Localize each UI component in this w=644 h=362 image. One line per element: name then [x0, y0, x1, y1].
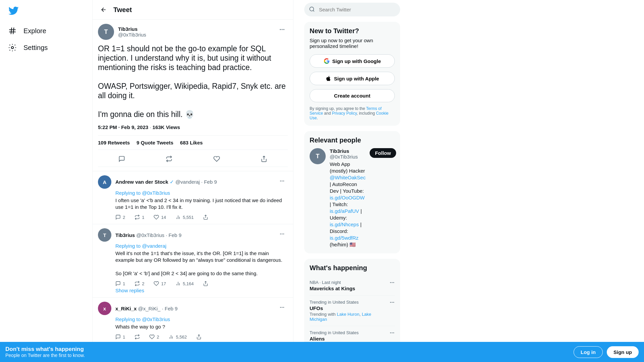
svg-point-12 — [283, 307, 284, 308]
trending-context: Trending in United States — [310, 300, 389, 305]
terms-text: By signing up, you agree to the Terms of… — [310, 106, 395, 120]
reply1-more-button[interactable] — [276, 175, 288, 187]
tweet-actions — [98, 151, 288, 167]
reply2-like-btn[interactable]: 17 — [154, 281, 166, 286]
search-icon — [309, 6, 315, 13]
tweet-header: Tweet — [93, 0, 293, 20]
follow-button[interactable]: Follow — [370, 148, 396, 158]
tweet-user-section: T Tib3rius @0xTib3rius — [98, 24, 288, 40]
svg-point-25 — [393, 333, 394, 334]
reply3-views: 5,562 — [168, 334, 187, 340]
share-button[interactable] — [258, 153, 270, 165]
reply1-reply-btn[interactable]: 2 — [115, 215, 125, 220]
comment-icon — [115, 281, 121, 286]
svg-point-1 — [280, 29, 281, 30]
reply2-author-handle: @0xTib3rius · Feb 9 — [136, 232, 181, 238]
svg-point-4 — [280, 181, 281, 182]
trending-topic[interactable]: Mavericks at Kings — [310, 286, 355, 291]
reply3-more-button[interactable] — [276, 302, 288, 313]
reply3-avatar: x — [98, 302, 111, 315]
reply3-retweet-btn[interactable] — [135, 334, 140, 340]
twitter-logo[interactable] — [4, 1, 88, 21]
svg-point-17 — [390, 282, 391, 283]
main-tweet: T Tib3rius @0xTib3rius OR 1=1 should not… — [93, 20, 293, 171]
sidebar-settings-label: Settings — [23, 44, 48, 52]
reply1-retweet-btn[interactable]: 1 — [135, 215, 144, 220]
bottom-banner: Don't miss what's happening People on Tw… — [0, 342, 644, 362]
reply-tweet: A Andrew van der Stock ✓ @vanderaj · Feb… — [93, 171, 293, 224]
reply-button[interactable] — [115, 153, 128, 165]
retweet-icon — [135, 215, 140, 220]
reply2-reply-btn[interactable]: 1 — [115, 281, 125, 286]
svg-point-11 — [282, 307, 283, 308]
retweet-icon — [166, 156, 172, 162]
trending-count: Trending with Lake Huron, Lake Michigan — [310, 312, 389, 322]
google-signup-button[interactable]: Sign up with Google — [310, 54, 395, 68]
reply1-text: I often use 'a' <'b and 2 < 34 in my tra… — [115, 197, 288, 210]
relevant-person-name: Tib3rius — [330, 148, 366, 154]
sidebar-item-settings[interactable]: Settings — [4, 39, 88, 56]
reply1-author-name: Andrew van der Stock — [115, 179, 168, 185]
reply1-like-btn[interactable]: 14 — [154, 215, 166, 220]
reply3-text: Whats the way to go ? — [115, 323, 288, 330]
search-box — [304, 3, 400, 16]
banner-login-button[interactable]: Log in — [574, 346, 603, 358]
reply2-retweet-btn[interactable]: 2 — [135, 281, 144, 286]
apple-icon — [325, 75, 331, 81]
new-to-twitter-title: New to Twitter? — [310, 27, 395, 35]
heart-icon — [149, 334, 155, 340]
trending-topic[interactable]: Aliens — [310, 336, 359, 342]
tweet-author-name: Tib3rius — [118, 26, 146, 32]
reply-icon — [118, 156, 125, 162]
banner-signup-button[interactable]: Sign up — [607, 346, 639, 358]
tweet-more-button[interactable] — [276, 24, 288, 35]
bar-chart-icon — [175, 281, 181, 286]
svg-point-22 — [393, 302, 394, 303]
trending-more-btn[interactable] — [389, 280, 395, 286]
sidebar-explore-label: Explore — [23, 27, 46, 35]
bar-chart-icon — [168, 334, 174, 340]
reply3-share-btn[interactable] — [196, 334, 202, 340]
reply3-reply-btn[interactable]: 1 — [115, 334, 125, 340]
back-button[interactable] — [98, 4, 109, 15]
reply2-more-button[interactable] — [276, 228, 288, 240]
retweet-button[interactable] — [163, 153, 175, 165]
reply2-avatar: T — [98, 228, 111, 242]
search-input[interactable] — [304, 3, 400, 16]
reply1-share-btn[interactable] — [203, 215, 208, 220]
tweet-author-avatar: T — [98, 24, 114, 40]
show-replies-button[interactable]: Show replies — [115, 288, 288, 293]
banner-subtext: People on Twitter are the first to know. — [5, 353, 85, 358]
trending-more-btn[interactable] — [389, 330, 395, 337]
more-icon — [389, 330, 395, 336]
apple-signup-label: Sign up with Apple — [334, 76, 379, 81]
privacy-link[interactable]: Privacy Policy — [332, 111, 357, 116]
trending-topic[interactable]: UFOs — [310, 305, 389, 311]
reply1-avatar: A — [98, 175, 111, 189]
tweet-stats: 109 Retweets 9 Quote Tweets 683 Likes — [98, 135, 288, 150]
trending-more-btn[interactable] — [389, 300, 395, 306]
banner-text: Don't miss what's happening People on Tw… — [5, 346, 85, 358]
reply1-views: 5,551 — [175, 215, 194, 220]
sidebar-item-explore[interactable]: Explore — [4, 22, 88, 39]
share-icon — [196, 334, 202, 340]
svg-point-0 — [11, 47, 14, 49]
create-account-button[interactable]: Create account — [310, 89, 395, 102]
google-signup-label: Sign up with Google — [332, 58, 381, 64]
tweet-text: OR 1=1 should not be the go-to example f… — [98, 44, 288, 119]
trending-item: Trending in United States UFOs Trending … — [310, 296, 395, 326]
like-button[interactable] — [210, 153, 223, 165]
quote-tweet-count: 9 Quote Tweets — [137, 140, 173, 145]
reply3-like-btn[interactable]: 2 — [149, 334, 159, 340]
reply2-share-btn[interactable] — [203, 281, 208, 286]
reply2-text: Well it's not the 1=1 that's the issue, … — [115, 250, 288, 277]
reply-tweet: T Tib3rius @0xTib3rius · Feb 9 Replying … — [93, 224, 293, 298]
sidebar: Explore Settings — [0, 0, 92, 362]
new-to-twitter-subtitle: Sign up now to get your own personalized… — [310, 38, 395, 49]
reply3-replying-to: Replying to @0xTib3rius — [115, 316, 288, 322]
banner-headline: Don't miss what's happening — [5, 346, 85, 353]
apple-signup-button[interactable]: Sign up with Apple — [310, 72, 395, 85]
gear-icon — [8, 43, 17, 52]
relevant-person-bio: Web App (mostly) Hacker @WhiteOakSec | A… — [330, 161, 366, 248]
retweet-icon — [135, 334, 140, 340]
